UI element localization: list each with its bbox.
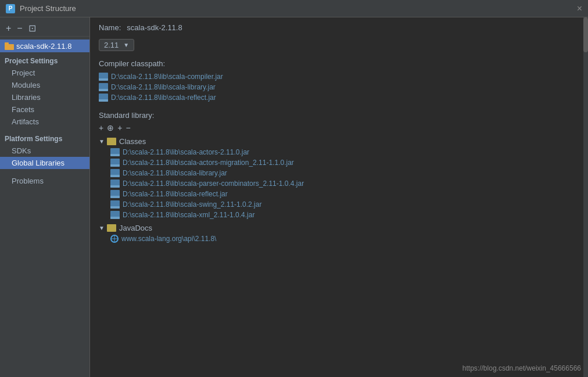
name-label: Name: [99,23,121,32]
jar-icon-0 [99,73,108,81]
class-jar-icon-6 [110,211,120,219]
class-jar-2: D:\scala-2.11.8\lib\scala-library.jar [110,168,579,178]
class-jar-icon-3 [110,179,120,188]
class-jar-3: D:\scala-2.11.8\lib\scala-parser-combina… [110,178,579,189]
app-icon: P [6,4,15,13]
scrollbar-thumb[interactable] [583,17,588,52]
classes-folder-icon [107,138,116,145]
classes-children: D:\scala-2.11.8\lib\scala-actors-2.11.0.… [99,147,579,220]
std-lib-toolbar: + ⊕ + − [99,123,579,132]
compiler-jar-entry-1: D:\scala-2.11.8\lib\scala-library.jar [99,82,579,92]
std-add-button[interactable]: + [99,123,103,132]
title-bar: P Project Structure × [0,0,588,17]
dropdown-arrow: ▼ [123,42,129,48]
class-jar-1: D:\scala-2.11.8\lib\scala-actors-migrati… [110,157,579,168]
classes-toggle[interactable]: ▼ [99,138,107,145]
sdk-folder-icon [5,41,14,51]
javadocs-toggle[interactable]: ▼ [99,225,107,231]
classes-folder-row[interactable]: ▼ Classes [99,136,579,147]
sdk-item-label: scala-sdk-2.11.8 [16,42,71,51]
sidebar-item-artifacts[interactable]: Artifacts [0,116,89,128]
sidebar-item-modules[interactable]: Modules [0,79,89,91]
close-button[interactable]: × [577,3,582,14]
javadocs-entry-0: www.scala-lang.org\api\2.11.8\ [110,234,579,244]
class-jar-icon-5 [110,200,120,209]
compiler-jar-entry-0: D:\scala-2.11.8\lib\scala-compiler.jar [99,71,579,82]
class-jar-path-1: D:\scala-2.11.8\lib\scala-actors-migrati… [123,159,294,167]
sidebar-item-global-libraries[interactable]: Global Libraries [0,157,89,169]
class-jar-6: D:\scala-2.11.8\lib\scala-xml_2.11-1.0.4… [110,210,579,220]
class-jar-icon-2 [110,169,120,177]
main-container: + − ⊡ scala-sdk-2.11.8 Project Settings … [0,17,588,377]
remove-sdk-button[interactable]: − [16,23,23,34]
sidebar-toolbar: + − ⊡ [0,20,89,37]
class-jar-path-2: D:\scala-2.11.8\lib\scala-library.jar [123,169,227,177]
compiler-jar-path-0: D:\scala-2.11.8\lib\scala-compiler.jar [111,73,223,81]
platform-settings-header: Platform Settings [0,131,89,145]
version-dropdown[interactable]: 2.11 ▼ [99,39,134,51]
globe-icon-0 [110,235,119,243]
standard-library-section: Standard library: + ⊕ + − ▼ Classes D:\s… [99,111,579,244]
sdk-list-item[interactable]: scala-sdk-2.11.8 [0,40,89,52]
compiler-classpath-label: Compiler classpath: [99,59,579,68]
copy-sdk-button[interactable]: ⊡ [27,23,37,34]
jar-icon-1 [99,83,108,91]
jar-icon-2 [99,94,108,102]
compiler-jar-path-2: D:\scala-2.11.8\lib\scala-reflect.jar [111,94,216,102]
class-jar-path-3: D:\scala-2.11.8\lib\scala-parser-combina… [123,179,304,188]
compiler-jar-entry-2: D:\scala-2.11.8\lib\scala-reflect.jar [99,92,579,103]
class-jar-icon-4 [110,190,120,198]
name-row: Name: scala-sdk-2.11.8 [99,23,579,32]
version-value: 2.11 [104,41,119,49]
sidebar-item-facets[interactable]: Facets [0,103,89,116]
std-remove-button[interactable]: − [126,123,130,132]
javadocs-path-0: www.scala-lang.org\api\2.11.8\ [121,235,216,243]
javadocs-folder-icon [107,224,116,232]
class-jar-icon-1 [110,159,120,167]
class-jar-path-0: D:\scala-2.11.8\lib\scala-actors-2.11.0.… [123,148,249,156]
title-bar-text: Project Structure [20,4,76,13]
classes-folder-label: Classes [119,137,146,146]
sidebar: + − ⊡ scala-sdk-2.11.8 Project Settings … [0,17,90,377]
name-value: scala-sdk-2.11.8 [127,23,182,32]
javadocs-children: www.scala-lang.org\api\2.11.8\ [99,234,579,244]
sidebar-item-problems[interactable]: Problems [0,175,89,187]
class-jar-path-5: D:\scala-2.11.8\lib\scala-swing_2.11-1.0… [123,200,261,209]
standard-library-label: Standard library: [99,111,579,120]
sidebar-item-project[interactable]: Project [0,67,89,79]
scrollbar-track[interactable] [583,17,588,377]
class-jar-0: D:\scala-2.11.8\lib\scala-actors-2.11.0.… [110,147,579,157]
class-jar-path-4: D:\scala-2.11.8\lib\scala-reflect.jar [123,190,228,198]
project-settings-header: Project Settings [0,53,89,67]
svg-rect-2 [5,42,9,45]
compiler-jar-path-1: D:\scala-2.11.8\lib\scala-library.jar [111,83,216,91]
javadocs-folder-row[interactable]: ▼ JavaDocs [99,222,579,234]
watermark: https://blog.csdn.net/weixin_45666566 [462,364,581,372]
class-jar-path-6: D:\scala-2.11.8\lib\scala-xml_2.11-1.0.4… [123,211,254,219]
add-sdk-button[interactable]: + [5,23,12,34]
javadocs-folder-label: JavaDocs [119,224,152,232]
content-area: Name: scala-sdk-2.11.8 2.11 ▼ Compiler c… [90,17,588,377]
class-jar-5: D:\scala-2.11.8\lib\scala-swing_2.11-1.0… [110,199,579,210]
std-add-folder-button[interactable]: ⊕ [107,123,114,132]
sidebar-item-sdks[interactable]: SDKs [0,145,89,157]
sidebar-item-libraries[interactable]: Libraries [0,91,89,103]
std-add-alt-button[interactable]: + [117,123,122,132]
class-jar-4: D:\scala-2.11.8\lib\scala-reflect.jar [110,189,579,199]
class-jar-icon-0 [110,148,120,156]
